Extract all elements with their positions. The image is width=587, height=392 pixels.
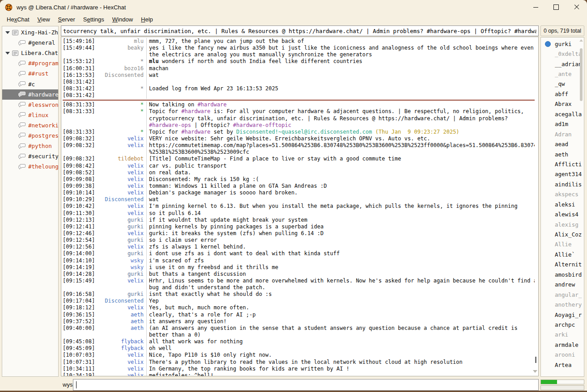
close-button[interactable] (566, 0, 587, 14)
expander-down-icon[interactable] (5, 52, 10, 55)
menu-help[interactable]: Help (137, 15, 157, 24)
message-segment: set by (210, 129, 236, 135)
user-row-alewis4[interactable]: alewis4 (541, 209, 584, 219)
tree-channel-general[interactable]: #general (2, 38, 58, 48)
chat-scrollbar[interactable] (534, 37, 537, 376)
user-row-andrew[interactable]: andrew (541, 280, 584, 290)
tree-channel-hardware[interactable]: #hardware (2, 89, 58, 100)
chat-line: [08:31:42] (63, 92, 535, 99)
menu-hexchat[interactable]: HexChat (3, 15, 34, 24)
user-row-aleksi[interactable]: aleksi (541, 199, 584, 209)
tree-channel-programming[interactable]: ##programming (2, 58, 58, 68)
user-row-archpc[interactable]: archpc (541, 320, 584, 329)
menu-settings[interactable]: Settings (79, 15, 108, 24)
chat-scrollbar-thumb[interactable] (535, 357, 536, 363)
user-row-aindilis[interactable]: aindilis (541, 179, 584, 189)
userlist-scroll-up-icon[interactable] (579, 39, 583, 42)
user-row-angular[interactable]: angular_ (541, 290, 584, 299)
chat-line: [15:49:16]mlummm, 727, the plane you can… (63, 38, 535, 45)
user-row-aead[interactable]: aead (541, 139, 584, 149)
user-name: _qw (555, 80, 565, 87)
chat-timestamp: [09:09:38] (63, 183, 100, 190)
chat-nick: gurki (100, 250, 146, 257)
user-name: arooni (555, 351, 575, 358)
user-row-ad1m[interactable]: ad1m (541, 119, 584, 129)
user-row-allie[interactable]: Allie` (541, 249, 584, 259)
user-row-allie[interactable]: Allie (541, 240, 584, 249)
tree-network-xinghaizhai[interactable]: Xing-Hai-Zhai (2, 27, 58, 38)
menu-window[interactable]: Window (108, 15, 137, 24)
chat-message: i use it on my freebsd and it thrills me (146, 264, 535, 271)
chat-timestamp: [09:10:42] (63, 203, 100, 210)
message-input[interactable] (73, 379, 539, 391)
chat-nick: * (100, 85, 146, 92)
user-name: angular_ (555, 291, 582, 298)
chat-area[interactable]: [15:49:16]mlummm, 727, the plane you can… (61, 37, 539, 376)
channel-mention: #hardware-ops (149, 122, 191, 128)
user-row-qw[interactable]: _qw (541, 79, 584, 89)
chat-message: it answers any question! (146, 318, 535, 325)
tree-channel-linux[interactable]: #linux (2, 110, 58, 120)
chat-scroll-down-icon[interactable] (533, 370, 537, 373)
chat-line: [09:08:32]tildebot[Title] CommuteTimeMap… (63, 156, 535, 162)
user-row-amosbird[interactable]: amosbird (541, 270, 584, 279)
user-row-alternit[interactable]: Alternit (541, 260, 584, 270)
user-row-arki[interactable]: arki (541, 330, 584, 340)
user-row-alixcoz[interactable]: Alix_Coz (541, 229, 584, 239)
user-row-adrian[interactable]: __adrian (541, 59, 584, 69)
chat-line: [08:31:33]*Topic for #hardware is: For a… (63, 108, 535, 115)
chat-message: isnt that exactly what he should do :s (146, 291, 535, 298)
chat-message: i dont use zfs as i dont want to deal wi… (146, 250, 535, 257)
tree-channel-postgresql[interactable]: #postgresql (2, 131, 58, 141)
tree-channel-python[interactable]: #python (2, 141, 58, 151)
menu-server[interactable]: Server (54, 15, 79, 24)
user-row-agent314[interactable]: agent314 (541, 169, 584, 179)
user-row-artea[interactable]: Artea (541, 360, 584, 370)
chat-timestamp (63, 115, 100, 122)
tree-network-liberachat[interactable]: Libera.Chat (2, 48, 58, 58)
expander-down-icon[interactable] (5, 31, 10, 34)
tree-channel-networking[interactable]: #networking (2, 120, 58, 131)
tree-channel-security[interactable]: #security (2, 151, 58, 161)
user-row-aeth[interactable]: aeth (541, 149, 584, 159)
user-row-aoyagir[interactable]: Aoyagi_r (541, 310, 584, 320)
maximize-button[interactable] (546, 0, 566, 14)
user-row-anothery[interactable]: anothery (541, 299, 584, 309)
tree-label: Xing-Hai-Zhai (21, 29, 58, 36)
chat-timestamp (63, 122, 100, 129)
user-row-gurki[interactable]: gurki (541, 39, 584, 49)
tree-label: ##programming (28, 60, 58, 67)
user-row-abrax[interactable]: Abrax (541, 99, 584, 109)
tree-channel-c[interactable]: #c (2, 79, 58, 89)
chat-line: [09:17:04]DisconsentedYep (63, 298, 535, 304)
tree-channel-rust[interactable]: ##rust (2, 68, 58, 79)
menu-view[interactable]: View (34, 15, 54, 24)
user-row-akspecs[interactable]: akspecs (541, 190, 584, 199)
tree-channel-thelounge[interactable]: #thelounge (2, 161, 58, 172)
user-row-abff[interactable]: abff (541, 89, 584, 99)
user-row-afflicti[interactable]: Afflicti (541, 159, 584, 169)
user-row-acegalla[interactable]: acegalla (541, 109, 584, 119)
tree-channel-lesswrong[interactable]: #lesswrong (2, 100, 58, 110)
user-row-arooni[interactable]: arooni (541, 350, 584, 360)
message-segment: mlu (149, 58, 159, 64)
chat-timestamp (63, 149, 100, 156)
chat-nick: aeth (100, 325, 146, 332)
user-row-alexisg[interactable]: alexisg (541, 219, 584, 229)
user-row-0xdelta[interactable]: _0xdelta (541, 49, 584, 59)
user-count-badge: 0 ops, 719 total (540, 25, 584, 36)
minimize-button[interactable] (525, 0, 546, 14)
userlist-scrollbar[interactable] (579, 39, 583, 374)
chat-message: [Title] CommuteTimeMap - Find a place to… (146, 156, 535, 162)
userlist-scrollbar-thumb[interactable] (580, 48, 583, 101)
message-segment: wonders if north and south India feel li… (159, 58, 362, 64)
topic-input[interactable] (61, 25, 539, 36)
user-row-armdale[interactable]: armdale (541, 340, 584, 350)
user-row-adran[interactable]: Adran (541, 129, 584, 139)
chat-timestamp: [08:31:42] (63, 79, 100, 85)
user-name: aleksi (555, 201, 575, 208)
chat-nick (100, 332, 146, 338)
chat-timestamp: [09:14:19] (63, 264, 100, 271)
user-row-ante[interactable]: _ante (541, 69, 584, 79)
chat-timestamp: [09:40:00] (63, 325, 100, 332)
